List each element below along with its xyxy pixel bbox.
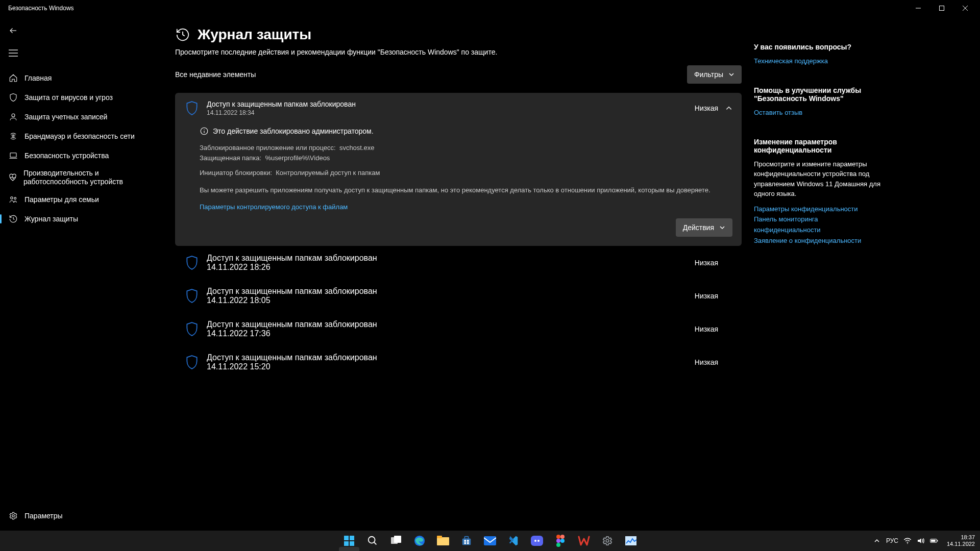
sidebar-item-label: Брандмауэр и безопасность сети (24, 132, 135, 140)
event-title: Доступ к защищенным папкам заблокирован (207, 100, 695, 108)
svg-rect-34 (467, 542, 469, 544)
minimize-button[interactable] (906, 0, 930, 16)
filters-button[interactable]: Фильтры (687, 65, 742, 84)
hamburger-button[interactable] (3, 43, 23, 63)
laptop-icon (8, 151, 18, 160)
sidebar-item-settings[interactable]: Параметры (0, 506, 155, 525)
taskbar-clock[interactable]: 18:37 14.11.2022 (943, 534, 975, 547)
close-button[interactable] (953, 0, 977, 16)
admin-blocked-message: Это действие заблокировано администратор… (200, 127, 732, 136)
event-title: Доступ к защищенным папкам заблокирован (207, 287, 695, 296)
event-row[interactable]: Доступ к защищенным папкам заблокирован … (175, 246, 742, 279)
protected-folder-row: Защищенная папка: %userprofile%\Videos (200, 153, 732, 163)
event-time: 14.11.2022 18:05 (207, 296, 695, 305)
family-icon (8, 195, 18, 204)
svg-line-23 (374, 542, 377, 545)
event-severity: Низкая (695, 104, 718, 112)
event-severity: Низкая (695, 358, 718, 366)
privacy-statement-link[interactable]: Заявление о конфиденциальности (754, 236, 883, 246)
sidebar-item-label: Защита от вирусов и угроз (24, 93, 113, 102)
windows-security-icon[interactable] (339, 547, 359, 551)
svg-rect-30 (464, 537, 468, 539)
svg-rect-50 (931, 540, 936, 542)
sidebar-item-label: Производительность и работоспособность у… (23, 169, 155, 187)
edge-icon[interactable] (409, 531, 430, 551)
mail-icon[interactable] (480, 531, 500, 551)
filters-button-label: Фильтры (694, 70, 723, 79)
chevron-down-icon (719, 224, 725, 231)
wps-icon[interactable] (574, 531, 594, 551)
store-icon[interactable] (456, 531, 477, 551)
sidebar-item-home[interactable]: Главная (0, 68, 155, 88)
settings-app-icon[interactable] (597, 531, 618, 551)
actions-button-label: Действия (683, 223, 714, 232)
sidebar-item-firewall[interactable]: Брандмауэр и безопасность сети (0, 127, 155, 146)
svg-point-22 (369, 537, 375, 543)
actions-button[interactable]: Действия (676, 218, 732, 237)
wifi-icon[interactable] (903, 537, 912, 545)
svg-point-9 (13, 136, 14, 137)
svg-marker-47 (918, 538, 921, 543)
svg-point-13 (14, 197, 16, 199)
svg-point-46 (907, 543, 908, 544)
sidebar-item-virus[interactable]: Защита от вирусов и угроз (0, 88, 155, 107)
vscode-icon[interactable] (503, 531, 524, 551)
privacy-heading: Изменение параметров конфиденциальности (754, 138, 883, 154)
svg-rect-27 (437, 537, 449, 545)
sidebar-item-label: Безопасность устройства (24, 152, 109, 160)
event-row[interactable]: Доступ к защищенным папкам заблокирован … (175, 93, 742, 123)
event-title: Доступ к защищенным папкам заблокирован (207, 320, 695, 329)
chevron-down-icon (728, 71, 734, 78)
explorer-icon[interactable] (433, 531, 453, 551)
event-row[interactable]: Доступ к защищенным папкам заблокирован … (175, 279, 742, 312)
feedback-link[interactable]: Оставить отзыв (754, 108, 883, 118)
svg-point-14 (12, 515, 15, 517)
shield-outline-icon (184, 101, 200, 116)
figma-icon[interactable] (550, 531, 571, 551)
sidebar: Главная Защита от вирусов и угроз Защита… (0, 16, 155, 531)
taskbar-date: 14.11.2022 (943, 541, 975, 547)
language-indicator[interactable]: РУС (886, 537, 898, 544)
svg-rect-10 (10, 153, 16, 157)
person-icon (8, 112, 18, 121)
shield-outline-icon (184, 355, 200, 370)
sidebar-item-label: Защита учетных записей (24, 113, 107, 121)
window-title: Безопасность Windows (8, 5, 74, 12)
sidebar-item-history[interactable]: Журнал защиты (0, 209, 155, 229)
privacy-settings-link[interactable]: Параметры конфиденциальности (754, 204, 883, 215)
shield-outline-icon (184, 255, 200, 270)
svg-point-38 (537, 540, 540, 542)
controlled-folder-access-link[interactable]: Параметры контролируемого доступа к файл… (200, 203, 348, 211)
event-time: 14.11.2022 17:36 (207, 329, 695, 338)
battery-icon[interactable] (930, 537, 938, 545)
shield-outline-icon (184, 321, 200, 337)
privacy-dashboard-link[interactable]: Панель мониторинга конфиденциальности (754, 214, 883, 236)
sidebar-item-performance[interactable]: Производительность и работоспособность у… (0, 165, 155, 190)
event-row[interactable]: Доступ к защищенным папкам заблокирован … (175, 312, 742, 345)
tray-chevron-up-icon[interactable] (873, 537, 881, 545)
svg-rect-25 (394, 536, 401, 543)
volume-icon[interactable] (917, 537, 925, 545)
sidebar-item-device[interactable]: Безопасность устройства (0, 146, 155, 165)
sidebar-item-account[interactable]: Защита учетных записей (0, 107, 155, 127)
sidebar-item-family[interactable]: Параметры для семьи (0, 190, 155, 209)
search-button[interactable] (362, 531, 383, 551)
feedback-heading: Помощь в улучшении службы "Безопасность … (754, 86, 883, 103)
discord-icon[interactable] (527, 531, 547, 551)
back-button[interactable] (3, 20, 23, 41)
svg-rect-29 (462, 538, 471, 545)
maximize-button[interactable] (930, 0, 953, 16)
chevron-up-icon (725, 105, 732, 112)
event-severity: Низкая (695, 325, 718, 333)
svg-point-40 (560, 535, 565, 539)
taskbar: РУС 18:37 14.11.2022 (0, 531, 980, 551)
support-link[interactable]: Техническая поддержка (754, 56, 883, 67)
help-section: У вас появились вопросы? Техническая под… (754, 43, 883, 67)
event-hint: Вы можете разрешить приложениям получать… (200, 185, 732, 195)
recent-items-label: Все недавние элементы (175, 70, 256, 79)
monitor-app-icon[interactable] (621, 531, 641, 551)
event-row[interactable]: Доступ к защищенным папкам заблокирован … (175, 345, 742, 379)
svg-rect-32 (467, 540, 469, 542)
svg-rect-49 (937, 540, 938, 542)
task-view-button[interactable] (386, 531, 406, 551)
